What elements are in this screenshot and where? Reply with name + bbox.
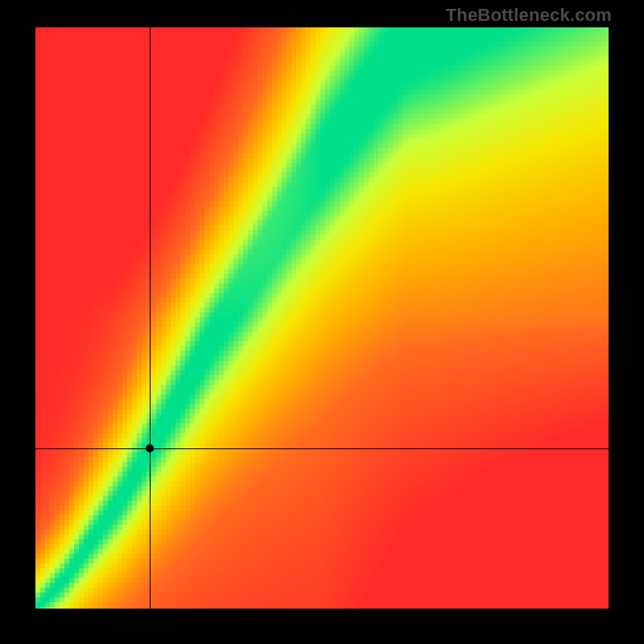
heatmap-plot [35, 27, 609, 609]
crosshair-horizontal [35, 448, 609, 449]
attribution-label: TheBottleneck.com [446, 5, 612, 26]
chart-frame: TheBottleneck.com [0, 0, 644, 644]
heatmap-canvas [35, 27, 609, 609]
crosshair-vertical [150, 27, 151, 609]
marker-dot [146, 444, 154, 452]
